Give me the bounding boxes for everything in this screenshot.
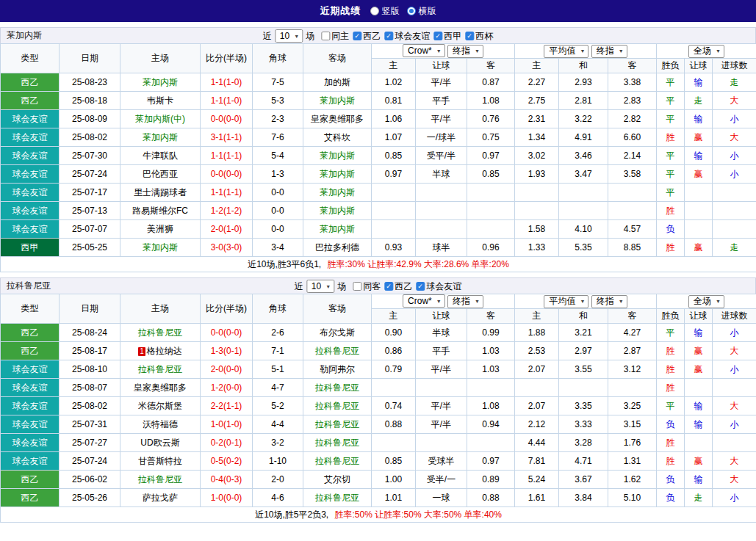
- filter-checkbox-0[interactable]: 同主: [321, 30, 349, 43]
- checkbox-icon[interactable]: ✓: [384, 32, 393, 40]
- checkbox-icon[interactable]: ✓: [433, 32, 442, 40]
- home-team-cell[interactable]: 莱加内斯: [120, 128, 201, 147]
- home-team-cell[interactable]: 巴伦西亚: [120, 165, 201, 184]
- league-cell: 西乙: [1, 489, 60, 507]
- away-team-cell[interactable]: 艾尔切: [303, 471, 372, 489]
- away-team-cell[interactable]: 艾科坎: [303, 128, 372, 147]
- home-team-cell[interactable]: 牛津联队: [120, 147, 201, 165]
- corner-cell: 5-1: [253, 360, 303, 379]
- select-value: 终指: [453, 45, 470, 57]
- scope-select[interactable]: 全场▼: [688, 295, 724, 308]
- checkbox-icon[interactable]: ✓: [353, 32, 361, 40]
- away-team-cell[interactable]: 勒阿弗尔: [303, 360, 372, 379]
- checkbox-icon[interactable]: ✓: [465, 32, 474, 40]
- home-team-cell[interactable]: 甘普斯特拉: [120, 452, 201, 471]
- odds-stage-select[interactable]: 终指▼: [447, 295, 483, 308]
- average-select[interactable]: 平均值▼: [544, 295, 588, 308]
- match-row: 球会友谊25-07-07美洲狮2-0(1-0)0-0莱加内斯1.584.104.…: [1, 220, 756, 239]
- home-team-cell[interactable]: 莱加内斯: [120, 239, 201, 257]
- filter-checkbox-4[interactable]: ✓西杯: [465, 30, 493, 43]
- checkbox-label: 西甲: [444, 30, 461, 43]
- avg-away: 2.83: [608, 92, 657, 110]
- away-team-cell[interactable]: 莱加内斯: [303, 220, 372, 239]
- home-team-cell[interactable]: 米德尔斯堡: [120, 397, 201, 415]
- match-count-select[interactable]: 10▼: [275, 29, 303, 43]
- away-team-cell[interactable]: 拉科鲁尼亚: [303, 434, 372, 452]
- filter-checkbox-2[interactable]: ✓球会友谊: [416, 280, 461, 293]
- result-goals: 大: [713, 128, 756, 147]
- avg-stage-select[interactable]: 终指▼: [591, 295, 627, 308]
- corner-cell: 3-4: [253, 239, 303, 257]
- home-team-cell[interactable]: 沃特福德: [120, 415, 201, 434]
- away-team-cell[interactable]: 莱加内斯: [303, 147, 372, 165]
- result-wdl: 平: [657, 92, 685, 110]
- away-team-cell[interactable]: 加的斯: [303, 73, 372, 92]
- home-team-cell[interactable]: 莱加内斯: [120, 73, 201, 92]
- home-team-cell[interactable]: 拉科鲁尼亚: [120, 324, 201, 342]
- result-handicap: 赢: [685, 239, 713, 257]
- away-team-name: 莱加内斯: [320, 187, 355, 197]
- subcol-avg-home: 主: [515, 59, 559, 73]
- bookmaker-select[interactable]: Crow*▼: [403, 294, 445, 308]
- avg-draw: 3.22: [559, 110, 608, 128]
- away-team-cell[interactable]: 莱加内斯: [303, 184, 372, 202]
- layout-radio-0[interactable]: 竖版: [370, 5, 400, 18]
- match-count-select[interactable]: 10▼: [306, 280, 334, 293]
- avg-draw: 3.28: [559, 434, 608, 452]
- away-team-cell[interactable]: 拉科鲁尼亚: [303, 379, 372, 397]
- col-date: 日期: [60, 44, 120, 73]
- home-team-cell[interactable]: 拉科鲁尼亚: [120, 471, 201, 489]
- result-wdl: 胜: [657, 202, 685, 220]
- filter-checkbox-2[interactable]: ✓球会友谊: [384, 30, 430, 43]
- chevron-down-icon: ▼: [436, 48, 442, 54]
- avg-group-header: 平均值▼ 终指▼: [515, 294, 657, 309]
- checkbox-icon[interactable]: [321, 32, 330, 40]
- away-team-cell[interactable]: 拉科鲁尼亚: [303, 342, 372, 360]
- layout-radio-1[interactable]: 横版: [407, 5, 436, 18]
- checkbox-icon[interactable]: ✓: [384, 282, 393, 291]
- away-team-cell[interactable]: 拉科鲁尼亚: [303, 415, 372, 434]
- avg-home: 2.31: [515, 110, 559, 128]
- home-team-cell[interactable]: 里士满踢球者: [120, 184, 201, 202]
- scope-group-header: 全场▼: [657, 44, 756, 59]
- average-select[interactable]: 平均值▼: [544, 45, 588, 58]
- checkbox-icon[interactable]: [353, 282, 361, 291]
- away-team-name: 莱加内斯: [320, 95, 355, 106]
- result-goals: [713, 434, 756, 452]
- home-team-cell[interactable]: 拉科鲁尼亚: [120, 360, 201, 379]
- home-team-cell[interactable]: 美洲狮: [120, 220, 201, 239]
- scope-select[interactable]: 全场▼: [688, 45, 724, 58]
- avg-stage-select[interactable]: 终指▼: [591, 45, 627, 58]
- home-team-cell[interactable]: 路易斯维尔FC: [120, 202, 201, 220]
- home-team-cell[interactable]: UD欧云斯: [120, 434, 201, 452]
- away-team-cell[interactable]: 皇家奥维耶多: [303, 110, 372, 128]
- home-team-cell[interactable]: 莱加内斯(中): [120, 110, 201, 128]
- away-team-cell[interactable]: 拉科鲁尼亚: [303, 489, 372, 507]
- filter-checkbox-1[interactable]: ✓西乙: [384, 280, 412, 293]
- away-team-cell[interactable]: 布尔戈斯: [303, 324, 372, 342]
- avg-away: 4.57: [608, 220, 657, 239]
- checkbox-icon[interactable]: ✓: [416, 282, 425, 291]
- away-team-cell[interactable]: 巴拉多利德: [303, 239, 372, 257]
- radio-icon[interactable]: [370, 7, 379, 15]
- home-team-cell[interactable]: 萨拉戈萨: [120, 489, 201, 507]
- odds-stage-select[interactable]: 终指▼: [447, 45, 483, 58]
- away-team-cell[interactable]: 莱加内斯: [303, 165, 372, 184]
- bookmaker-select[interactable]: Crow*▼: [403, 44, 445, 57]
- radio-icon[interactable]: [407, 7, 416, 15]
- filter-checkbox-3[interactable]: ✓西甲: [433, 30, 461, 43]
- result-goals: 小: [713, 489, 756, 507]
- avg-draw: 2.97: [559, 342, 608, 360]
- home-team-cell[interactable]: 皇家奥维耶多: [120, 379, 201, 397]
- filter-checkbox-1[interactable]: ✓西乙: [353, 30, 381, 43]
- home-team-cell[interactable]: 韦斯卡: [120, 92, 201, 110]
- away-team-cell[interactable]: 拉科鲁尼亚: [303, 452, 372, 471]
- away-team-cell[interactable]: 莱加内斯: [303, 92, 372, 110]
- away-team-cell[interactable]: 莱加内斯: [303, 202, 372, 220]
- filter-checkbox-0[interactable]: 同客: [353, 280, 381, 293]
- home-team-cell[interactable]: 1格拉纳达: [120, 342, 201, 360]
- avg-draw: 3.33: [559, 415, 608, 434]
- subcol-odds-handicap: 让球: [416, 309, 467, 324]
- away-team-cell[interactable]: 拉科鲁尼亚: [303, 397, 372, 415]
- avg-draw: 4.71: [559, 452, 608, 471]
